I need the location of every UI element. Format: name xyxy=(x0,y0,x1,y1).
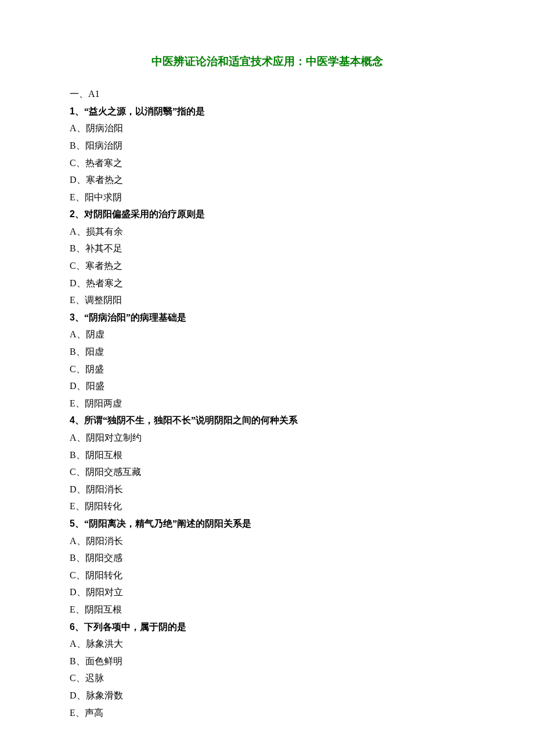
question-separator: 、 xyxy=(75,415,84,425)
question-stem: 2、对阴阳偏盛采用的治疗原则是 xyxy=(70,206,464,223)
option-separator: 、 xyxy=(76,450,85,460)
option-text: 阴阳两虚 xyxy=(85,398,122,408)
option: D、热者寒之 xyxy=(70,275,464,292)
question-separator: 、 xyxy=(75,209,84,219)
option-letter: A xyxy=(70,329,77,339)
option-text: 声高 xyxy=(85,708,103,718)
option-text: 面色鲜明 xyxy=(85,656,122,666)
question-stem: 6、下列各项中，属于阴的是 xyxy=(70,618,464,636)
option-separator: 、 xyxy=(77,536,86,546)
option-text: 损其有余 xyxy=(86,226,123,236)
question-separator: 、 xyxy=(75,622,84,632)
option: D、寒者热之 xyxy=(70,171,464,189)
option: D、脉象滑数 xyxy=(70,687,464,704)
option-separator: 、 xyxy=(75,708,85,718)
option-letter: B xyxy=(70,656,76,666)
option-text: 阴阳消长 xyxy=(86,536,123,546)
option-separator: 、 xyxy=(76,243,85,253)
question-number: 6 xyxy=(70,622,75,632)
question-separator: 、 xyxy=(75,106,84,116)
option-text: 阳中求阴 xyxy=(85,192,122,202)
question-text: “阴阳离决，精气乃绝”阐述的阴阳关系是 xyxy=(84,519,251,528)
option-text: 阳虚 xyxy=(85,347,104,357)
option-separator: 、 xyxy=(76,467,85,477)
option: E、阴阳两虚 xyxy=(70,395,464,412)
option-text: 阴病治阳 xyxy=(86,123,123,133)
option: E、阳中求阴 xyxy=(70,189,464,206)
question-separator: 、 xyxy=(75,312,84,322)
option-text: 补其不足 xyxy=(85,243,122,253)
option: A、阴阳对立制约 xyxy=(70,429,464,447)
option: C、寒者热之 xyxy=(70,257,464,275)
option: D、阳盛 xyxy=(70,377,464,395)
option-letter: E xyxy=(70,295,75,305)
option: E、声高 xyxy=(70,704,464,722)
question-stem: 5、“阴阳离决，精气乃绝”阐述的阴阳关系是 xyxy=(70,515,464,532)
option: B、补其不足 xyxy=(70,240,464,257)
option-separator: 、 xyxy=(75,398,85,408)
option-letter: C xyxy=(70,158,76,168)
option-letter: C xyxy=(70,673,76,683)
option-letter: C xyxy=(70,364,76,374)
option: B、面色鲜明 xyxy=(70,653,464,670)
question-number: 3 xyxy=(70,312,75,322)
option-letter: C xyxy=(70,261,76,271)
option-letter: E xyxy=(70,708,75,718)
questions-container: 1、“益火之源，以消阴翳”指的是A、阴病治阳B、阳病治阴C、热者寒之D、寒者热之… xyxy=(70,103,464,721)
option-letter: E xyxy=(70,501,75,511)
option-separator: 、 xyxy=(77,226,86,236)
option-letter: E xyxy=(70,192,75,202)
option-separator: 、 xyxy=(77,433,86,442)
option-separator: 、 xyxy=(77,278,86,288)
option-letter: C xyxy=(70,570,76,580)
option-text: 阴阳交感 xyxy=(85,553,122,563)
option-separator: 、 xyxy=(77,175,86,185)
option: E、阴阳转化 xyxy=(70,498,464,515)
option: B、阴阳交感 xyxy=(70,549,464,567)
option-text: 阴虚 xyxy=(86,329,104,339)
option-letter: A xyxy=(70,123,77,133)
option: C、阴盛 xyxy=(70,361,464,378)
option-separator: 、 xyxy=(76,553,85,563)
option-text: 阳病治阴 xyxy=(85,141,122,150)
option-text: 阴阳交感互藏 xyxy=(85,467,141,477)
option: E、调整阴阳 xyxy=(70,291,464,309)
option-letter: B xyxy=(70,141,76,150)
option-separator: 、 xyxy=(77,690,86,700)
option: C、迟脉 xyxy=(70,669,464,687)
option-letter: D xyxy=(70,587,77,597)
option-text: 阴阳互根 xyxy=(85,604,122,614)
question-number: 1 xyxy=(70,106,75,116)
option: C、热者寒之 xyxy=(70,154,464,172)
option-letter: D xyxy=(70,690,77,700)
option-text: 热者寒之 xyxy=(86,278,123,288)
option-text: 阴阳消长 xyxy=(86,484,123,494)
question-stem: 4、所谓“独阴不生，独阳不长”说明阴阳之间的何种关系 xyxy=(70,412,464,429)
option-letter: B xyxy=(70,347,76,357)
question-number: 4 xyxy=(70,415,75,425)
question-text: 对阴阳偏盛采用的治疗原则是 xyxy=(84,209,205,219)
option-text: 阴阳互根 xyxy=(85,450,122,460)
option-separator: 、 xyxy=(77,484,86,494)
option-separator: 、 xyxy=(77,381,86,391)
option-separator: 、 xyxy=(76,656,85,666)
option-letter: B xyxy=(70,243,76,253)
option-separator: 、 xyxy=(77,587,86,597)
option-letter: A xyxy=(70,536,77,546)
option-text: 阴阳对立 xyxy=(86,587,123,597)
option-letter: E xyxy=(70,398,75,408)
option: B、阳虚 xyxy=(70,343,464,361)
question-number: 2 xyxy=(70,209,75,219)
option-text: 阴阳转化 xyxy=(85,501,122,511)
option: A、阴病治阳 xyxy=(70,120,464,137)
option-text: 寒者热之 xyxy=(85,261,122,271)
option-text: 阳盛 xyxy=(86,381,104,391)
option-letter: D xyxy=(70,278,77,288)
option-letter: A xyxy=(70,639,77,649)
option-letter: C xyxy=(70,467,76,477)
option-letter: A xyxy=(70,226,77,236)
option-text: 热者寒之 xyxy=(85,158,122,168)
page-title: 中医辨证论治和适宜技术应用：中医学基本概念 xyxy=(70,51,464,71)
option-letter: D xyxy=(70,484,77,494)
question-text: “益火之源，以消阴翳”指的是 xyxy=(84,106,205,116)
